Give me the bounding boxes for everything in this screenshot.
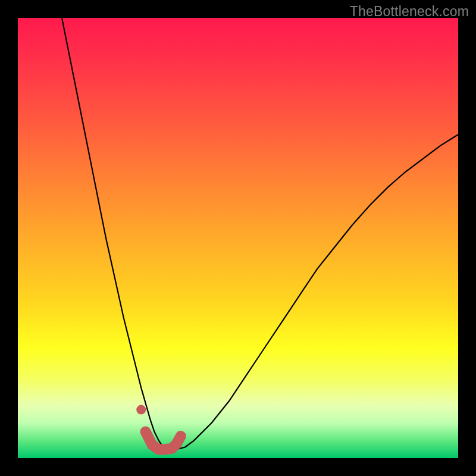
bottleneck-curve [62, 18, 458, 449]
marker-dot [136, 405, 146, 415]
chart-frame: TheBottleneck.com [0, 0, 476, 476]
marker-band [146, 432, 181, 450]
plot-area [18, 18, 458, 458]
watermark-text: TheBottleneck.com [350, 4, 469, 20]
curve-svg [18, 18, 458, 458]
highlight-markers [136, 405, 181, 450]
